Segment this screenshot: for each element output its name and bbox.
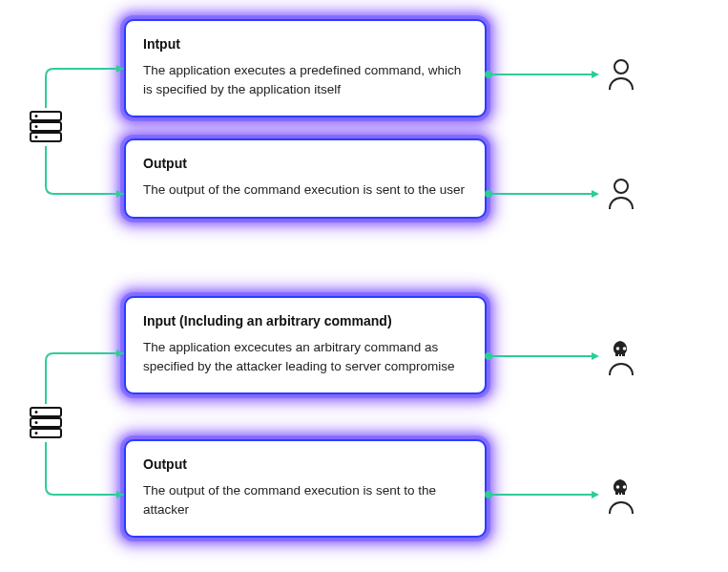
- user-icon: [606, 57, 636, 92]
- card-normal-output: Output The output of the command executi…: [124, 138, 487, 219]
- card-attack-output: Output The output of the command executi…: [124, 439, 487, 538]
- svg-marker-30: [592, 352, 599, 360]
- server-icon: [29, 110, 63, 144]
- card-attack-input: Input (Including an arbitrary command) T…: [124, 296, 487, 394]
- svg-point-5: [35, 136, 38, 138]
- svg-marker-26: [116, 350, 124, 357]
- card-body: The application executes a predefined co…: [143, 61, 468, 98]
- svg-marker-27: [116, 491, 124, 498]
- svg-point-21: [35, 432, 38, 434]
- svg-point-19: [35, 411, 38, 413]
- card-body: The application excecutes an arbitrary c…: [143, 338, 468, 375]
- svg-marker-33: [592, 491, 599, 498]
- card-normal-input: Intput The application executes a predef…: [124, 19, 487, 117]
- card-body: The output of the command execution is s…: [143, 481, 468, 519]
- server-icon: [29, 406, 63, 440]
- svg-point-22: [616, 347, 620, 350]
- attacker-icon: [606, 477, 636, 512]
- svg-marker-12: [592, 71, 599, 78]
- svg-point-25: [623, 485, 627, 489]
- svg-point-24: [616, 485, 620, 489]
- attacker-icon: [606, 339, 636, 373]
- card-body: The output of the command execution is s…: [143, 180, 468, 200]
- user-icon: [606, 177, 636, 211]
- svg-point-7: [614, 180, 628, 193]
- card-title: Intput: [143, 36, 468, 52]
- svg-point-6: [614, 60, 628, 74]
- card-title: Output: [143, 156, 468, 171]
- svg-marker-9: [116, 190, 124, 198]
- card-title: Input (Including an arbitrary command): [143, 313, 468, 328]
- card-title: Output: [143, 456, 468, 472]
- svg-point-3: [35, 115, 38, 117]
- svg-point-20: [35, 421, 38, 424]
- svg-point-4: [35, 125, 38, 128]
- svg-point-23: [623, 347, 627, 350]
- svg-marker-15: [592, 190, 599, 198]
- svg-marker-8: [116, 65, 124, 73]
